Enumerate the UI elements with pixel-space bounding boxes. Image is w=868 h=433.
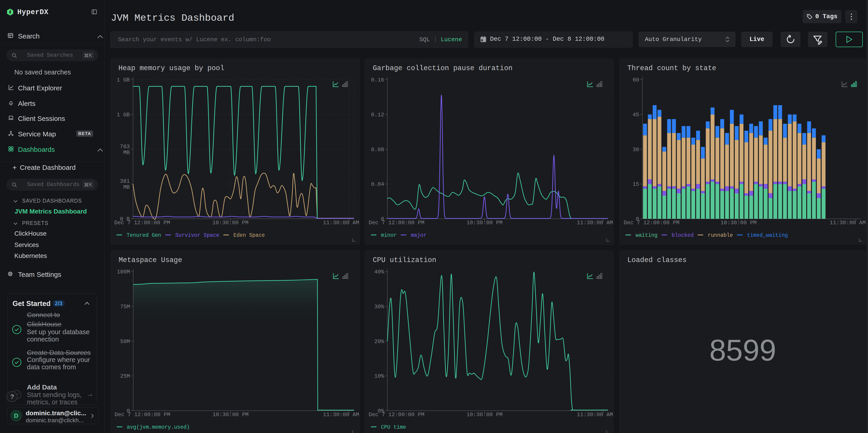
svg-text:10:30:00 PM: 10:30:00 PM bbox=[212, 220, 248, 226]
svg-text:0.08: 0.08 bbox=[371, 147, 384, 153]
svg-text:blocked: blocked bbox=[672, 233, 694, 238]
svg-text:Garbage collection pause durat: Garbage collection pause duration bbox=[373, 64, 513, 72]
svg-text:1 GB: 1 GB bbox=[117, 77, 130, 83]
svg-text:30: 30 bbox=[632, 147, 639, 153]
svg-text:50M: 50M bbox=[120, 339, 130, 345]
svg-text:MB: MB bbox=[123, 184, 130, 190]
svg-text:11:30:00 AM: 11:30:00 AM bbox=[830, 220, 866, 226]
svg-text:waiting: waiting bbox=[636, 233, 658, 238]
svg-text:11:30:00 AM: 11:30:00 AM bbox=[577, 411, 613, 418]
svg-text:MB: MB bbox=[123, 150, 130, 156]
svg-text:1: 1 bbox=[482, 39, 483, 41]
svg-text:10:30:00 PM: 10:30:00 PM bbox=[467, 411, 502, 418]
svg-text:runnable: runnable bbox=[708, 233, 733, 238]
svg-text:75M: 75M bbox=[120, 304, 130, 310]
svg-text:major: major bbox=[411, 233, 427, 238]
svg-text:1 GB: 1 GB bbox=[117, 112, 130, 118]
svg-text:60: 60 bbox=[632, 77, 639, 83]
svg-text:381: 381 bbox=[120, 178, 130, 184]
svg-text:0.04: 0.04 bbox=[371, 181, 384, 187]
svg-text:20%: 20% bbox=[374, 339, 384, 345]
svg-text:10:30:00 PM: 10:30:00 PM bbox=[212, 411, 248, 418]
svg-text:Tenured Gen: Tenured Gen bbox=[127, 233, 161, 238]
svg-text:763: 763 bbox=[120, 144, 130, 150]
svg-text:Loaded classes: Loaded classes bbox=[627, 256, 686, 264]
svg-text:CPU utilization: CPU utilization bbox=[373, 256, 436, 264]
svg-text:45: 45 bbox=[632, 112, 639, 118]
svg-text:Dec 7 12:00:00 PM: Dec 7 12:00:00 PM bbox=[114, 220, 170, 226]
svg-text:10%: 10% bbox=[374, 373, 384, 379]
svg-text:10:30:00 PM: 10:30:00 PM bbox=[720, 220, 756, 226]
svg-text:Dec 7 12:00:00 PM: Dec 7 12:00:00 PM bbox=[624, 220, 679, 226]
svg-text:Heap memory usage by pool: Heap memory usage by pool bbox=[118, 64, 224, 72]
svg-text:avg(jvm.memory.used): avg(jvm.memory.used) bbox=[127, 424, 190, 430]
svg-text:11:30:00 AM: 11:30:00 AM bbox=[577, 220, 613, 226]
svg-text:Thread count by state: Thread count by state bbox=[627, 64, 716, 72]
svg-text:8599: 8599 bbox=[709, 334, 776, 367]
svg-text:11:30:00 AM: 11:30:00 AM bbox=[323, 411, 359, 418]
svg-text:minor: minor bbox=[381, 233, 397, 238]
svg-text:Dec 7 12:00:00 PM: Dec 7 12:00:00 PM bbox=[369, 220, 425, 226]
svg-text:timed_waiting: timed_waiting bbox=[747, 233, 788, 238]
svg-text:11:30:00 AM: 11:30:00 AM bbox=[323, 220, 359, 226]
svg-text:Eden Space: Eden Space bbox=[234, 233, 265, 238]
svg-text:Survivor Space: Survivor Space bbox=[175, 233, 219, 238]
svg-text:Metaspace Usage: Metaspace Usage bbox=[119, 256, 182, 264]
svg-text:0.16: 0.16 bbox=[371, 77, 384, 83]
svg-text:100M: 100M bbox=[117, 269, 130, 275]
svg-text:CPU time: CPU time bbox=[381, 424, 406, 430]
svg-text:40%: 40% bbox=[374, 269, 384, 275]
svg-text:25M: 25M bbox=[120, 373, 130, 379]
svg-text:Dec 7 12:00:00 PM: Dec 7 12:00:00 PM bbox=[115, 411, 170, 418]
svg-text:10:30:00 PM: 10:30:00 PM bbox=[467, 220, 502, 226]
svg-text:Dec 7 12:00:00 PM: Dec 7 12:00:00 PM bbox=[369, 411, 425, 418]
svg-text:15: 15 bbox=[632, 181, 639, 187]
svg-text:0.12: 0.12 bbox=[371, 112, 384, 118]
svg-text:30%: 30% bbox=[374, 304, 384, 310]
